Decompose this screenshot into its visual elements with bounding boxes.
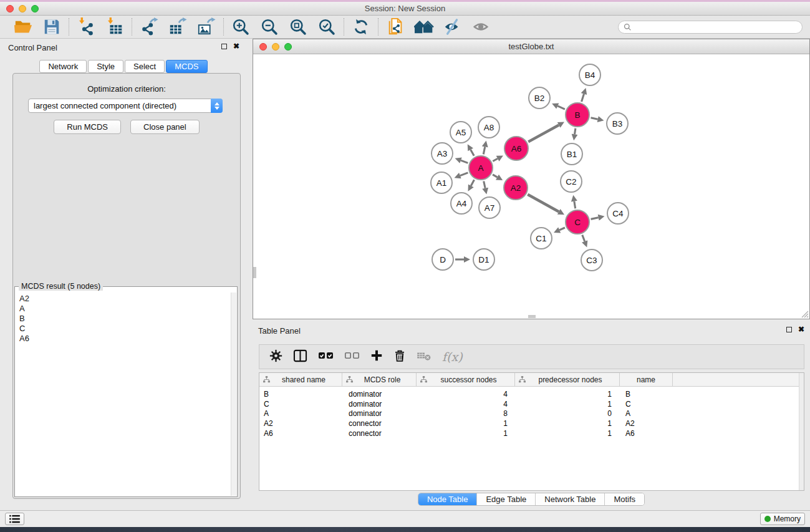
zoom-fit-button[interactable] [288, 17, 308, 37]
table-row[interactable]: Bdominator41B [259, 390, 804, 400]
table-cell[interactable]: A [620, 409, 673, 419]
column-header-name[interactable]: name [620, 373, 673, 386]
mcds-result-item[interactable]: A2 [19, 294, 29, 304]
close-table-panel-icon[interactable]: ✖ [798, 326, 804, 332]
table-cell[interactable]: dominator [342, 409, 417, 419]
tab-edge-table[interactable]: Edge Table [477, 493, 536, 505]
table-cell[interactable]: A [259, 409, 342, 419]
table-row[interactable]: Adominator80A [259, 409, 804, 419]
import-table-button[interactable] [105, 17, 125, 37]
table-cell[interactable]: 1 [515, 419, 620, 429]
export-network-button[interactable] [139, 17, 159, 37]
graph-edge-B-B3[interactable] [591, 118, 597, 119]
show-all-button[interactable] [471, 17, 491, 37]
canvas-vscroll-thumb[interactable] [253, 267, 256, 278]
deselect-all-button[interactable] [344, 350, 360, 364]
table-row[interactable]: Cdominator41C [259, 400, 804, 410]
function-builder-button[interactable]: f(x) [442, 350, 463, 364]
search-field[interactable] [618, 21, 803, 34]
table-scrollbar[interactable] [799, 373, 804, 490]
export-image-button[interactable] [196, 17, 216, 37]
graph-edge-C-C3[interactable] [582, 235, 585, 241]
graph-edge-A-A7[interactable] [484, 181, 485, 188]
refresh-button[interactable] [351, 17, 371, 37]
tab-network-table[interactable]: Network Table [536, 493, 605, 505]
optimization-criterion-select[interactable]: largest connected component (directed) [28, 99, 223, 113]
mcds-result-item[interactable]: A [19, 304, 29, 314]
tab-node-table[interactable]: Node Table [418, 493, 478, 505]
table-cell[interactable]: 1 [515, 390, 620, 400]
graph-edge-A-A5[interactable] [471, 150, 475, 156]
zoom-out-button[interactable] [259, 17, 279, 37]
graph-edge-C-C1[interactable] [559, 228, 565, 230]
graph-edge-B-B2[interactable] [557, 106, 565, 109]
column-header-predecessor-nodes[interactable]: predecessor nodes [515, 373, 620, 386]
table-cell[interactable]: 1 [515, 400, 620, 410]
table-cell[interactable]: connector [342, 429, 417, 439]
result-scrollbar[interactable] [231, 293, 236, 496]
open-session-button[interactable] [13, 17, 33, 37]
graph-edge-B-B1[interactable] [575, 128, 576, 135]
gear-button[interactable] [269, 349, 282, 365]
zoom-in-button[interactable] [231, 17, 251, 37]
export-table-button[interactable] [168, 17, 188, 37]
table-cell[interactable]: A2 [620, 419, 673, 429]
table-cell[interactable]: 0 [515, 409, 620, 419]
table-row[interactable]: A6connector11A6 [259, 429, 804, 439]
tab-network[interactable]: Network [39, 60, 87, 73]
split-columns-button[interactable] [293, 349, 307, 365]
table-cell[interactable]: dominator [342, 400, 417, 410]
zoom-selected-button[interactable] [317, 17, 337, 37]
graph-edge-A2-C[interactable] [528, 195, 559, 212]
graph-edge-A-A6[interactable] [493, 158, 498, 161]
graph-edge-B-B4[interactable] [582, 94, 584, 102]
table-cell[interactable]: A2 [259, 419, 342, 429]
table-cell[interactable]: A6 [620, 429, 673, 439]
graph-edge-A-A3[interactable] [461, 160, 468, 163]
table-cell[interactable]: C [259, 400, 342, 410]
graph-edge-A6-B[interactable] [528, 125, 559, 142]
table-cell[interactable]: connector [342, 419, 417, 429]
add-column-button[interactable] [370, 349, 383, 364]
save-session-button[interactable] [42, 17, 62, 37]
mcds-result-item[interactable]: A6 [19, 334, 29, 344]
column-header-shared-name[interactable]: shared name [259, 373, 342, 386]
new-network-file-button[interactable] [385, 17, 405, 37]
table-cell[interactable]: dominator [342, 390, 417, 400]
graph-edge-C-C2[interactable] [574, 201, 576, 209]
tab-style[interactable]: Style [88, 60, 123, 73]
table-cell[interactable]: C [620, 400, 673, 410]
table-cell[interactable]: 8 [417, 409, 515, 419]
table-cell[interactable]: 4 [417, 390, 515, 400]
network-canvas[interactable]: AA1A2A3A4A5A6A7A8BB1B2B3B4CC1C2C3C4DD1 [253, 54, 809, 319]
select-all-button[interactable] [318, 350, 334, 364]
float-panel-icon[interactable] [221, 44, 227, 49]
table-cell[interactable]: A6 [259, 429, 342, 439]
delete-column-button[interactable] [393, 349, 406, 365]
close-panel-icon[interactable]: ✖ [233, 43, 239, 49]
column-header-successor-nodes[interactable]: successor nodes [417, 373, 515, 386]
home-button[interactable] [414, 17, 434, 37]
import-network-button[interactable] [76, 17, 96, 37]
graph-edge-A-A2[interactable] [493, 175, 497, 177]
float-table-panel-icon[interactable] [786, 327, 792, 332]
graph-edge-A-A8[interactable] [483, 147, 485, 154]
memory-button[interactable]: Memory [760, 513, 805, 525]
graph-edge-A-A4[interactable] [471, 180, 474, 186]
tab-mcds[interactable]: MCDS [166, 60, 207, 73]
table-cell[interactable]: B [620, 390, 673, 400]
tab-motifs[interactable]: Motifs [605, 493, 644, 505]
task-history-button[interactable] [5, 513, 24, 525]
mcds-result-item[interactable]: B [19, 314, 29, 324]
tab-select[interactable]: Select [125, 60, 165, 73]
destroy-table-button[interactable] [417, 350, 432, 364]
table-cell[interactable]: B [259, 390, 342, 400]
hide-selected-button[interactable] [443, 17, 463, 37]
graph-edge-A-A1[interactable] [460, 173, 468, 176]
graph-edge-C-C4[interactable] [591, 218, 599, 220]
table-cell[interactable]: 1 [515, 429, 620, 439]
table-cell[interactable]: 4 [417, 400, 515, 410]
resize-grip-icon[interactable] [801, 310, 809, 318]
column-header-MCDS-role[interactable]: MCDS role [342, 373, 417, 386]
table-row[interactable]: A2connector11A2 [259, 419, 804, 429]
